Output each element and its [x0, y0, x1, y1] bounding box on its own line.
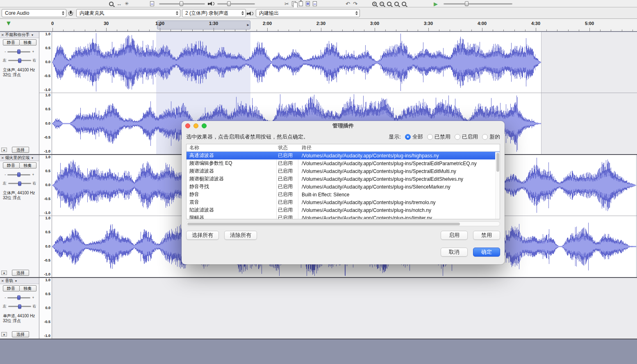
scale-label: 0.5	[45, 169, 50, 173]
clear-all-button[interactable]: 清除所有	[224, 231, 257, 240]
filter-radio[interactable]: 新的	[482, 133, 500, 141]
playback-level-slider[interactable]	[217, 1, 255, 7]
track-close-button[interactable]: ×	[1, 156, 4, 160]
plugin-row[interactable]: 静音 已启用 Built-in Effect: Silence	[187, 191, 500, 198]
timeline-selection-range[interactable]: ◀ ▶	[157, 20, 250, 30]
zoom-out-icon[interactable]: −	[380, 2, 384, 6]
selection-right-arrow-icon[interactable]: ▶	[247, 23, 249, 27]
zoom-toggle-icon[interactable]	[402, 2, 406, 6]
timeline-ruler[interactable]: ▼ ◀ ▶ 0301:001:302:002:303:003:304:004:3…	[0, 19, 637, 32]
recording-device-select[interactable]: 内建麦克风	[76, 9, 180, 17]
plugin-row[interactable]: 陷波滤波器 已启用 /Volumes/Audacity/Audacity.app…	[187, 206, 500, 214]
gain-slider-thumb[interactable]	[17, 296, 20, 300]
pan-slider[interactable]: 左 右	[0, 58, 39, 63]
gain-slider[interactable]: - +	[0, 173, 39, 177]
gain-slider-thumb[interactable]	[17, 173, 20, 177]
mute-button[interactable]: 静音	[3, 285, 20, 291]
disable-button[interactable]: 禁用	[473, 231, 500, 240]
plugin-table-header[interactable]: 名称 状态 路径	[187, 144, 500, 152]
recording-level-slider[interactable]	[159, 1, 205, 7]
copy-icon[interactable]	[292, 1, 296, 6]
undo-icon[interactable]: ↶	[346, 1, 350, 7]
plugin-row[interactable]: 频谱编辑参数性 EQ 已启用 /Volumes/Audacity/Audacit…	[187, 159, 500, 167]
select-all-button[interactable]: 选择所有	[186, 231, 219, 240]
close-window-button[interactable]	[185, 123, 190, 128]
timeshift-tool-icon[interactable]: ↔	[116, 1, 122, 7]
mute-button[interactable]: 静音	[3, 162, 20, 168]
play-speed-slider[interactable]	[444, 1, 512, 7]
play-at-speed-icon[interactable]: ▶	[434, 1, 438, 7]
gain-slider[interactable]: - +	[0, 296, 39, 300]
solo-button[interactable]: 独奏	[20, 285, 36, 291]
solo-button[interactable]: 独奏	[20, 39, 36, 46]
filter-radio[interactable]: 全部	[405, 133, 423, 141]
gain-slider-thumb[interactable]	[17, 50, 20, 54]
dialog-titlebar[interactable]: 管理插件	[182, 121, 505, 131]
track-close-button[interactable]: ×	[1, 279, 4, 283]
zoom-selection-icon[interactable]	[387, 2, 391, 6]
pan-slider-thumb[interactable]	[18, 304, 21, 309]
silence-audio-icon[interactable]	[313, 1, 317, 6]
column-header-path[interactable]: 路径	[298, 144, 500, 151]
waveform-canvas[interactable]	[52, 32, 637, 93]
enable-button[interactable]: 启用	[441, 231, 468, 240]
track-collapse-button[interactable]: ▲	[1, 332, 7, 337]
waveform-canvas[interactable]	[52, 278, 637, 339]
playback-device-select[interactable]: 内建输出	[256, 9, 360, 17]
plugin-row[interactable]: 震音 已启用 /Volumes/Audacity/Audacity.app/Co…	[187, 198, 500, 206]
horizontal-scrollbar-thumb[interactable]	[187, 223, 460, 225]
plugin-row[interactable]: 频谱滤波器 已启用 /Volumes/Audacity/Audacity.app…	[187, 167, 500, 175]
plugin-name: 频谱滤波器	[187, 168, 276, 175]
zoom-window-button[interactable]	[202, 123, 207, 128]
audio-host-select[interactable]: Core Audio	[2, 9, 66, 17]
zoom-fit-icon[interactable]	[394, 2, 399, 6]
pan-slider-thumb[interactable]	[18, 181, 21, 186]
audio-track: × 音轨 ▼ 静音 独奏 - + 左 右 单声道, 44100 Hz 32位 浮…	[0, 278, 637, 339]
track-select-button[interactable]: 选择	[12, 331, 29, 337]
track-select-button[interactable]: 选择	[12, 270, 29, 276]
minimize-window-button[interactable]	[193, 123, 198, 128]
column-header-name[interactable]: 名称	[187, 144, 276, 151]
gain-slider[interactable]: - +	[0, 50, 39, 54]
track-title[interactable]: 不能和你分手	[5, 32, 30, 38]
ok-button[interactable]: 确定	[473, 248, 500, 257]
vertical-scrollbar-thumb[interactable]	[496, 153, 499, 172]
scale-label: 0.5	[45, 46, 50, 50]
track-collapse-button[interactable]: ▲	[1, 271, 7, 275]
track-menu-caret-icon[interactable]: ▼	[31, 34, 34, 36]
cancel-button[interactable]: 取消	[441, 248, 468, 257]
zoom-tool-icon[interactable]	[109, 2, 114, 6]
track-menu-caret-icon[interactable]: ▼	[14, 280, 17, 282]
track-collapse-button[interactable]: ▲	[1, 148, 7, 152]
solo-button[interactable]: 独奏	[20, 162, 36, 168]
filter-radio[interactable]: 已启用	[455, 133, 478, 141]
plugin-row[interactable]: 限幅器 已启用 /Volumes/Audacity/Audacity.app/C…	[187, 214, 500, 219]
track-menu-caret-icon[interactable]: ▼	[31, 157, 34, 159]
pan-slider[interactable]: 左 右	[0, 181, 39, 186]
pan-slider[interactable]: 左 右	[0, 304, 39, 309]
ruler-area[interactable]: ◀ ▶ 0301:001:302:002:303:003:304:004:305…	[0, 19, 637, 31]
plugin-row[interactable]: 频谱橱架滤波器 已启用 /Volumes/Audacity/Audacity.a…	[187, 175, 500, 183]
plugin-row[interactable]: 高通滤波器 已启用 /Volumes/Audacity/Audacity.app…	[187, 152, 500, 159]
track-close-button[interactable]: ×	[1, 33, 4, 37]
horizontal-scrollbar[interactable]	[186, 221, 500, 226]
mute-button[interactable]: 静音	[3, 39, 20, 46]
zoom-in-icon[interactable]: +	[372, 2, 377, 6]
plugin-table[interactable]: 名称 状态 路径 高通滤波器 已启用 /Volumes/Audacity/Aud…	[186, 144, 500, 219]
pan-slider-thumb[interactable]	[18, 58, 21, 63]
multi-tool-icon[interactable]: ✳	[125, 1, 129, 6]
redo-icon[interactable]: ↷	[353, 1, 357, 7]
track-title[interactable]: 音轨	[5, 278, 13, 284]
paste-icon[interactable]	[299, 1, 303, 6]
envelope-tool-icon[interactable]	[150, 1, 154, 6]
recording-channels-select[interactable]: 2 (立体声) 录制声道	[182, 9, 246, 17]
ruler-tick	[493, 30, 493, 31]
filter-radio[interactable]: 已禁用	[427, 133, 450, 141]
cut-icon[interactable]: ✂	[284, 1, 289, 7]
track-title[interactable]: 烟火里的尘埃	[5, 155, 30, 161]
track-select-button[interactable]: 选择	[12, 147, 29, 153]
vertical-scrollbar[interactable]	[495, 152, 500, 219]
plugin-row[interactable]: 静音寻找 已启用 /Volumes/Audacity/Audacity.app/…	[187, 183, 500, 191]
column-header-state[interactable]: 状态	[276, 144, 298, 151]
trim-audio-icon[interactable]	[306, 1, 310, 6]
